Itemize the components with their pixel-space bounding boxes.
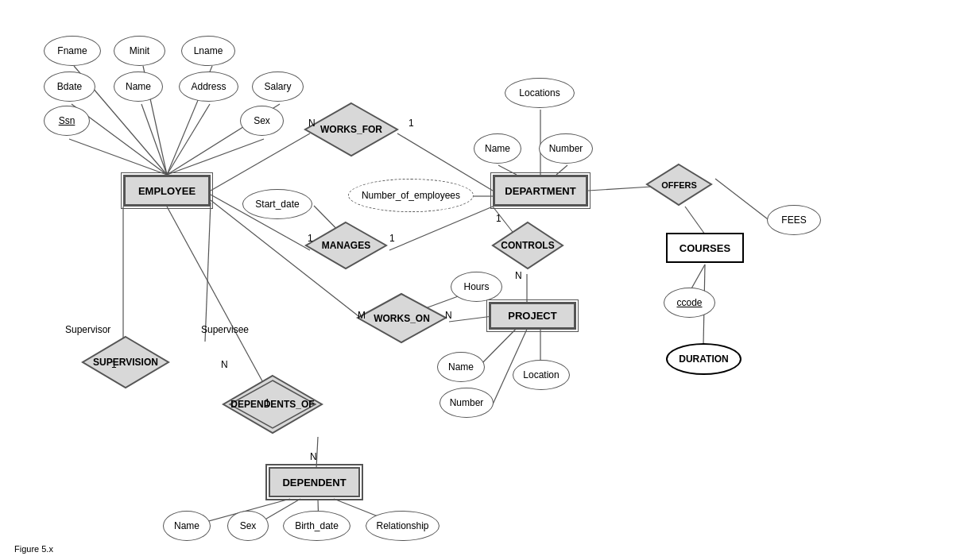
- location-attribute: Location: [513, 360, 570, 390]
- cardinality-manages-1a: 1: [308, 233, 313, 244]
- relationship-attribute: Relationship: [366, 511, 439, 541]
- works-for-relationship: WORKS_FOR: [304, 102, 399, 157]
- svg-line-36: [691, 265, 705, 290]
- bdate-attribute: Bdate: [44, 71, 95, 102]
- svg-line-5: [167, 104, 210, 175]
- dept-number-attribute: Number: [539, 133, 593, 164]
- er-diagram: EMPLOYEE DEPARTMENT PROJECT DEPENDENT CO…: [0, 0, 968, 560]
- svg-line-15: [449, 316, 493, 322]
- project-entity: PROJECT: [489, 302, 576, 330]
- svg-line-18: [205, 203, 211, 342]
- cardinality-manages-1b: 1: [389, 233, 395, 244]
- manages-relationship: MANAGES: [304, 221, 388, 270]
- cardinality-works-on-m: M: [358, 310, 366, 321]
- cardinality-works-on-n: N: [445, 310, 452, 321]
- department-entity: DEPARTMENT: [493, 175, 588, 207]
- address-attribute: Address: [179, 71, 238, 102]
- cardinality-controls-n: N: [515, 270, 522, 281]
- courses-entity: COURSES: [666, 233, 744, 263]
- emp-name-attribute: Name: [114, 71, 163, 102]
- dept-name-attribute: Name: [474, 133, 521, 164]
- svg-line-38: [715, 179, 771, 222]
- employee-entity: EMPLOYEE: [123, 175, 211, 207]
- cardinality-dependents-n: N: [310, 451, 317, 462]
- dep-name-attribute: Name: [163, 511, 211, 541]
- fname-attribute: Fname: [44, 36, 101, 66]
- svg-line-8: [167, 139, 264, 175]
- proj-number-attribute: Number: [439, 388, 494, 418]
- svg-line-25: [556, 165, 567, 175]
- salary-attribute: Salary: [252, 71, 304, 102]
- dependents-of-relationship: DEPENDENTS_OF: [221, 373, 324, 435]
- ccode-attribute: ccode: [664, 288, 715, 318]
- birth-date-attribute: Birth_date: [283, 511, 350, 541]
- svg-line-19: [167, 207, 270, 396]
- dep-sex-attribute: Sex: [227, 511, 269, 541]
- cardinality-works-for-1: 1: [408, 118, 414, 129]
- start-date-attribute: Start_date: [242, 189, 312, 219]
- ssn-attribute: Ssn: [44, 106, 90, 136]
- hours-attribute: Hours: [451, 272, 502, 302]
- proj-name-attribute: Name: [437, 352, 485, 382]
- offers-relationship: OFFERS: [645, 163, 713, 207]
- svg-line-27: [588, 187, 652, 191]
- num-employees-attribute: Number_of_employees: [348, 179, 474, 212]
- fees-attribute: FEES: [767, 205, 821, 235]
- svg-line-24: [498, 165, 517, 175]
- works-on-relationship: WORKS_ON: [356, 292, 447, 344]
- svg-line-7: [69, 139, 167, 175]
- supervisee-label: Supervisee: [201, 324, 249, 335]
- sex-attribute: Sex: [240, 106, 284, 136]
- svg-line-4: [141, 104, 167, 175]
- dependent-entity: DEPENDENT: [269, 467, 360, 497]
- svg-line-28: [685, 207, 705, 234]
- cardinality-controls-1: 1: [496, 213, 501, 224]
- cardinality-supervision-n: N: [221, 359, 228, 370]
- minit-attribute: Minit: [114, 36, 165, 66]
- controls-relationship: CONTROLS: [491, 221, 564, 270]
- svg-line-9: [211, 133, 310, 191]
- lname-attribute: Lname: [181, 36, 235, 66]
- supervisor-label: Supervisor: [65, 324, 110, 335]
- figure-label: Figure 5.x: [14, 544, 53, 554]
- cardinality-works-for-n: N: [308, 118, 316, 129]
- locations-attribute: Locations: [505, 78, 575, 108]
- duration-attribute: DURATION: [666, 343, 741, 375]
- supervision-relationship: SUPERVISION: [81, 335, 170, 389]
- svg-line-12: [389, 207, 493, 250]
